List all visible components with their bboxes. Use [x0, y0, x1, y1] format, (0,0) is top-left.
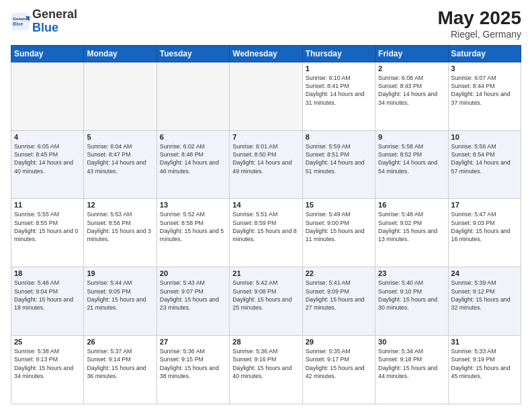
day-number: 14	[232, 201, 299, 209]
calendar-cell: 8Sunrise: 5:59 AMSunset: 8:51 PMDaylight…	[302, 130, 375, 199]
header-thursday: Thursday	[302, 45, 375, 62]
day-info: Sunrise: 5:52 AMSunset: 8:58 PMDaylight:…	[160, 210, 226, 243]
calendar-cell: 3Sunrise: 6:07 AMSunset: 8:44 PMDaylight…	[448, 62, 521, 130]
day-info: Sunrise: 5:42 AMSunset: 9:08 PMDaylight:…	[232, 279, 299, 312]
calendar-cell: 9Sunrise: 5:58 AMSunset: 8:52 PMDaylight…	[375, 130, 448, 199]
day-info: Sunrise: 5:47 AMSunset: 9:03 PMDaylight:…	[451, 210, 518, 243]
day-info: Sunrise: 5:56 AMSunset: 8:54 PMDaylight:…	[451, 142, 518, 175]
day-number: 9	[378, 133, 445, 141]
calendar-cell: 25Sunrise: 5:38 AMSunset: 9:13 PMDayligh…	[11, 336, 84, 404]
calendar-cell	[84, 62, 157, 130]
calendar-cell	[230, 62, 302, 130]
general-blue-icon: General Blue	[11, 12, 30, 31]
day-info: Sunrise: 5:36 AMSunset: 9:15 PMDaylight:…	[160, 347, 226, 380]
day-number: 28	[232, 338, 299, 346]
day-info: Sunrise: 6:05 AMSunset: 8:45 PMDaylight:…	[14, 142, 81, 175]
calendar-cell: 27Sunrise: 5:36 AMSunset: 9:15 PMDayligh…	[157, 336, 229, 404]
day-info: Sunrise: 5:51 AMSunset: 8:59 PMDaylight:…	[232, 210, 299, 243]
location: Riegel, Germany	[437, 29, 521, 40]
calendar-cell: 30Sunrise: 5:34 AMSunset: 9:18 PMDayligh…	[375, 336, 448, 404]
day-info: Sunrise: 5:33 AMSunset: 9:19 PMDaylight:…	[451, 347, 518, 380]
day-number: 2	[378, 64, 445, 73]
day-number: 26	[87, 338, 153, 346]
calendar-cell: 28Sunrise: 5:36 AMSunset: 9:16 PMDayligh…	[230, 336, 302, 404]
day-number: 12	[87, 201, 153, 209]
day-number: 10	[451, 133, 518, 141]
week-row-2: 4Sunrise: 6:05 AMSunset: 8:45 PMDaylight…	[11, 130, 521, 199]
calendar-cell	[157, 62, 229, 130]
day-info: Sunrise: 5:46 AMSunset: 9:04 PMDaylight:…	[14, 279, 81, 312]
calendar-cell: 26Sunrise: 5:37 AMSunset: 9:14 PMDayligh…	[84, 336, 157, 404]
week-row-1: 1Sunrise: 6:10 AMSunset: 8:41 PMDaylight…	[11, 62, 521, 130]
header-wednesday: Wednesday	[230, 45, 302, 62]
day-number: 18	[14, 269, 81, 277]
day-number: 30	[378, 338, 445, 346]
day-number: 31	[451, 338, 518, 346]
day-info: Sunrise: 5:55 AMSunset: 8:55 PMDaylight:…	[14, 210, 81, 243]
day-info: Sunrise: 6:07 AMSunset: 8:44 PMDaylight:…	[451, 74, 518, 107]
svg-text:Blue: Blue	[13, 21, 23, 26]
day-number: 21	[232, 269, 299, 277]
calendar-cell: 1Sunrise: 6:10 AMSunset: 8:41 PMDaylight…	[302, 62, 375, 130]
day-number: 20	[160, 269, 226, 277]
day-number: 6	[160, 133, 226, 141]
day-number: 4	[14, 133, 81, 141]
day-number: 27	[160, 338, 226, 346]
calendar-cell: 5Sunrise: 6:04 AMSunset: 8:47 PMDaylight…	[84, 130, 157, 199]
calendar-cell: 6Sunrise: 6:02 AMSunset: 8:48 PMDaylight…	[157, 130, 229, 199]
day-info: Sunrise: 5:34 AMSunset: 9:18 PMDaylight:…	[378, 347, 445, 380]
header-saturday: Saturday	[448, 45, 521, 62]
day-number: 5	[87, 133, 153, 141]
calendar-cell: 4Sunrise: 6:05 AMSunset: 8:45 PMDaylight…	[11, 130, 84, 199]
day-number: 29	[306, 338, 372, 346]
day-info: Sunrise: 5:36 AMSunset: 9:16 PMDaylight:…	[232, 347, 299, 380]
day-number: 13	[160, 201, 226, 209]
calendar-cell: 15Sunrise: 5:49 AMSunset: 9:00 PMDayligh…	[302, 199, 375, 267]
calendar-cell: 29Sunrise: 5:35 AMSunset: 9:17 PMDayligh…	[302, 336, 375, 404]
month-year: May 2025	[437, 8, 521, 29]
calendar-cell: 19Sunrise: 5:44 AMSunset: 9:05 PMDayligh…	[84, 267, 157, 336]
day-number: 8	[306, 133, 372, 141]
day-info: Sunrise: 5:37 AMSunset: 9:14 PMDaylight:…	[87, 347, 153, 380]
calendar-cell: 21Sunrise: 5:42 AMSunset: 9:08 PMDayligh…	[230, 267, 302, 336]
calendar-cell: 17Sunrise: 5:47 AMSunset: 9:03 PMDayligh…	[448, 199, 521, 267]
day-info: Sunrise: 5:41 AMSunset: 9:09 PMDaylight:…	[306, 279, 372, 312]
calendar-cell: 7Sunrise: 6:01 AMSunset: 8:50 PMDaylight…	[230, 130, 302, 199]
calendar-cell: 14Sunrise: 5:51 AMSunset: 8:59 PMDayligh…	[230, 199, 302, 267]
day-number: 15	[306, 201, 372, 209]
page: General Blue General Blue May 2025 Riege…	[0, 0, 532, 411]
day-number: 3	[451, 64, 518, 73]
day-info: Sunrise: 5:39 AMSunset: 9:12 PMDaylight:…	[451, 279, 518, 312]
calendar: Sunday Monday Tuesday Wednesday Thursday…	[11, 45, 521, 404]
day-info: Sunrise: 5:59 AMSunset: 8:51 PMDaylight:…	[306, 142, 372, 175]
title-block: May 2025 Riegel, Germany	[437, 8, 521, 40]
header-friday: Friday	[375, 45, 448, 62]
day-info: Sunrise: 6:10 AMSunset: 8:41 PMDaylight:…	[306, 74, 372, 107]
logo: General Blue General Blue	[11, 8, 77, 35]
day-info: Sunrise: 5:44 AMSunset: 9:05 PMDaylight:…	[87, 279, 153, 312]
calendar-cell: 22Sunrise: 5:41 AMSunset: 9:09 PMDayligh…	[302, 267, 375, 336]
calendar-cell: 10Sunrise: 5:56 AMSunset: 8:54 PMDayligh…	[448, 130, 521, 199]
header-tuesday: Tuesday	[157, 45, 229, 62]
logo-general-text: General	[32, 7, 77, 21]
weekday-header-row: Sunday Monday Tuesday Wednesday Thursday…	[11, 45, 521, 62]
day-info: Sunrise: 5:48 AMSunset: 9:02 PMDaylight:…	[378, 210, 445, 243]
day-info: Sunrise: 5:38 AMSunset: 9:13 PMDaylight:…	[14, 347, 81, 380]
day-info: Sunrise: 5:40 AMSunset: 9:10 PMDaylight:…	[378, 279, 445, 312]
day-number: 23	[378, 269, 445, 277]
day-number: 24	[451, 269, 518, 277]
header-monday: Monday	[84, 45, 157, 62]
week-row-3: 11Sunrise: 5:55 AMSunset: 8:55 PMDayligh…	[11, 199, 521, 267]
calendar-cell: 2Sunrise: 6:08 AMSunset: 8:43 PMDaylight…	[375, 62, 448, 130]
header: General Blue General Blue May 2025 Riege…	[11, 8, 521, 40]
day-info: Sunrise: 5:35 AMSunset: 9:17 PMDaylight:…	[306, 347, 372, 380]
day-number: 7	[232, 133, 299, 141]
calendar-cell: 24Sunrise: 5:39 AMSunset: 9:12 PMDayligh…	[448, 267, 521, 336]
header-sunday: Sunday	[11, 45, 84, 62]
calendar-cell: 12Sunrise: 5:53 AMSunset: 8:56 PMDayligh…	[84, 199, 157, 267]
day-number: 22	[306, 269, 372, 277]
calendar-cell: 13Sunrise: 5:52 AMSunset: 8:58 PMDayligh…	[157, 199, 229, 267]
calendar-cell: 23Sunrise: 5:40 AMSunset: 9:10 PMDayligh…	[375, 267, 448, 336]
logo-blue-text: Blue	[32, 21, 58, 34]
calendar-cell: 18Sunrise: 5:46 AMSunset: 9:04 PMDayligh…	[11, 267, 84, 336]
